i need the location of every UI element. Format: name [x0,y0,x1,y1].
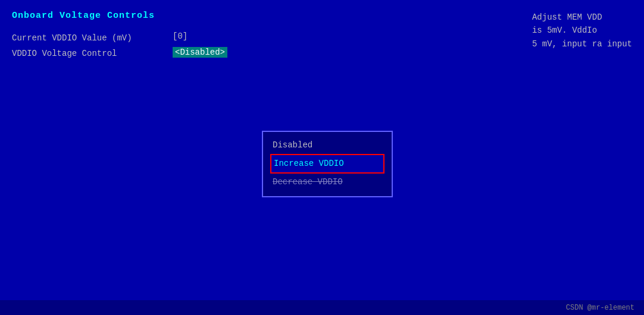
main-area: Onboard Voltage Controls Adjust MEM VDD … [0,0,644,300]
watermark: CSDN @mr-element [566,304,634,312]
dropdown-item-increase[interactable]: Increase VDDIO [270,154,384,174]
dropdown-item-disabled[interactable]: Disabled [270,137,384,154]
field-value-0: [0] [173,32,187,41]
field-label-1: VDDIO Voltage Control [12,47,167,60]
help-text: Adjust MEM VDD is 5mV. VddIo 5 mV, input… [532,11,632,51]
dropdown-popup: Disabled Increase VDDIO Decrease VDDIO [262,131,393,197]
dropdown-item-decrease[interactable]: Decrease VDDIO [270,174,384,191]
field-label-0: Current VDDIO Value (mV) [12,32,167,45]
input-label: input [607,39,632,49]
field-value-1[interactable]: <Disabled> [173,47,227,58]
status-bar: CSDN @mr-element [0,300,644,315]
